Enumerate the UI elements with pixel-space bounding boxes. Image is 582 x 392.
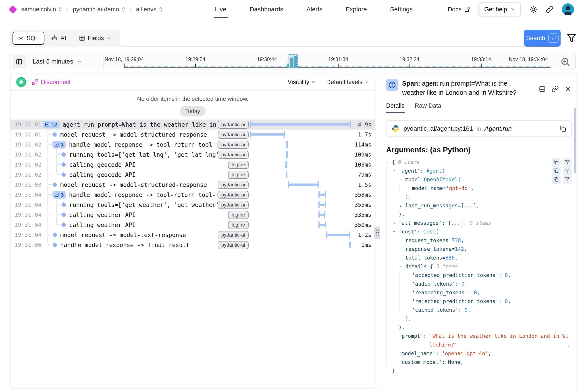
tag-chip[interactable]: logfire	[228, 211, 249, 219]
user-avatar[interactable]	[562, 3, 574, 16]
code-tokens: 'prompt': 'What is the weather like in L…	[399, 333, 568, 339]
code-tokens: ),	[399, 212, 405, 217]
filter-funnel-icon[interactable]	[566, 33, 576, 43]
tag-chip[interactable]: pydantic-ai	[218, 181, 249, 189]
tree-guide-line	[48, 195, 48, 200]
duration-bar[interactable]	[285, 162, 287, 168]
trace-row[interactable]: 19:31:04calling weather APIlogfire335ms	[11, 210, 375, 220]
filter-funnel-icon[interactable]	[563, 166, 572, 175]
sql-mode-button[interactable]: SQL	[13, 32, 44, 44]
copy-icon[interactable]	[552, 175, 560, 184]
search-query-input[interactable]	[120, 30, 530, 46]
tab-alerts[interactable]: Alerts	[307, 0, 323, 19]
duration-bar[interactable]	[286, 172, 287, 178]
collapse-count-badge[interactable]: 12	[43, 121, 60, 128]
code-caret-right-icon[interactable]: ›	[399, 203, 405, 208]
dock-bottom-icon[interactable]	[539, 81, 546, 97]
trace-row[interactable]: 19:31:04calling weather APIlogfire350ms	[11, 220, 375, 230]
tree-guide-line	[48, 185, 48, 190]
trace-row[interactable]: 19:31:023handle model response -> tool-r…	[11, 140, 375, 150]
logfire-logo-icon[interactable]	[9, 5, 17, 14]
scrollbar-thumb[interactable]	[574, 108, 576, 173]
duration-bar[interactable]	[319, 214, 325, 216]
duration-bar[interactable]	[286, 154, 288, 156]
collapse-count-badge[interactable]: 3	[53, 141, 66, 148]
tab-settings[interactable]: Settings	[390, 0, 413, 19]
trace-row[interactable]: 19:31:02running tools=['get_lat_lng', 'g…	[11, 150, 375, 160]
duration-bar[interactable]	[326, 234, 350, 236]
row-duration-bar-track	[250, 160, 351, 170]
filter-funnel-icon[interactable]	[563, 175, 572, 184]
code-caret-down-icon[interactable]: ›	[386, 160, 392, 164]
trace-row[interactable]: 19:31:02calling geocode APIlogfire79ms	[11, 170, 375, 180]
code-caret-down-icon[interactable]: ›	[393, 168, 399, 173]
trace-row[interactable]: 19:31:01model request -> model-structure…	[11, 130, 375, 140]
timeline-histogram-bar[interactable]	[294, 56, 297, 68]
search-button[interactable]: Search	[524, 30, 560, 46]
visibility-dropdown[interactable]: Visibility	[288, 79, 316, 86]
zoom-in-icon[interactable]	[560, 57, 570, 67]
duration-bar[interactable]	[286, 144, 288, 146]
copy-link-icon[interactable]	[552, 81, 559, 97]
detail-tab-raw-data[interactable]: Raw Data	[415, 102, 441, 113]
duration-bar[interactable]	[319, 224, 326, 226]
today-chip[interactable]: Today	[180, 106, 205, 116]
trace-row[interactable]: 19:31:0112agent run prompt=What is the w…	[11, 120, 375, 130]
docs-link[interactable]: Docs	[448, 6, 470, 13]
duration-bar[interactable]	[250, 133, 285, 136]
tab-explore[interactable]: Explore	[346, 0, 367, 19]
breadcrumb-item[interactable]: pydantic-ai-demo	[73, 6, 125, 13]
breadcrumb-item[interactable]: all envs	[136, 6, 163, 13]
tag-chip[interactable]: logfire	[228, 221, 249, 229]
tab-live[interactable]: Live	[215, 0, 226, 19]
collapse-count-badge[interactable]: 3	[53, 191, 66, 199]
tag-chip[interactable]: pydantic-ai	[218, 191, 249, 199]
tag-chip[interactable]: pydantic-ai	[218, 241, 249, 249]
filter-funnel-icon[interactable]	[563, 158, 572, 166]
share-link-icon[interactable]	[546, 6, 553, 13]
close-icon[interactable]	[564, 81, 572, 97]
trace-row[interactable]: 19:31:04model request -> model-text-resp…	[11, 230, 375, 240]
trace-row[interactable]: 19:31:06handle model response -> final r…	[11, 240, 375, 250]
tag-chip[interactable]: pydantic-ai	[218, 121, 249, 129]
trace-row[interactable]: 19:31:043handle model response -> tool-r…	[11, 190, 375, 200]
tag-chip[interactable]: pydantic-ai	[218, 151, 249, 159]
row-name-cell: calling weather API	[42, 210, 228, 220]
tag-chip[interactable]: pydantic-ai	[218, 131, 249, 139]
ai-mode-button[interactable]: AI	[51, 35, 66, 42]
timeline-histogram-bar[interactable]	[290, 58, 294, 68]
code-caret-down-icon[interactable]: ›	[393, 229, 399, 234]
duration-bar[interactable]	[319, 194, 326, 196]
tag-chip[interactable]: logfire	[228, 161, 249, 169]
tag-chip[interactable]: pydantic-ai	[218, 201, 249, 209]
detail-tab-details[interactable]: Details	[386, 102, 405, 113]
tag-chip[interactable]: pydantic-ai	[218, 231, 249, 239]
sidebar-toggle-icon[interactable]	[13, 55, 26, 68]
duration-bar[interactable]	[319, 204, 326, 206]
code-caret-right-icon[interactable]: ›	[393, 220, 399, 226]
duration-bar[interactable]	[288, 184, 319, 186]
disconnect-button[interactable]: Disconnect	[32, 79, 71, 86]
tag-chip[interactable]: pydantic-ai	[218, 141, 249, 149]
default-levels-dropdown[interactable]: Default levels	[326, 79, 369, 86]
duration-bar[interactable]	[349, 242, 351, 248]
copy-icon[interactable]	[552, 166, 560, 175]
timeline-histogram-bar[interactable]	[287, 64, 289, 68]
source-location[interactable]: pydantic_ai/agent.py:161 in Agent.run	[386, 120, 572, 137]
copy-icon[interactable]	[559, 125, 566, 132]
trace-row[interactable]: 19:31:04running tools=['get_weather', 'g…	[11, 200, 375, 210]
code-caret-down-icon[interactable]: ›	[399, 264, 405, 269]
trace-row[interactable]: 19:31:02calling geocode APIlogfire103ms	[11, 160, 375, 170]
theme-toggle-sun-icon[interactable]	[529, 5, 537, 14]
code-caret-down-icon[interactable]: ›	[399, 177, 405, 182]
time-range-dropdown[interactable]: Last 5 minutes	[33, 53, 82, 70]
tag-chip[interactable]: logfire	[228, 171, 249, 179]
copy-icon[interactable]	[552, 158, 560, 166]
trace-row[interactable]: 19:31:03model request -> model-structure…	[11, 180, 375, 190]
tab-dashboards[interactable]: Dashboards	[249, 0, 283, 19]
breadcrumb-item[interactable]: samuelcolvin	[21, 6, 62, 13]
get-help-button[interactable]: Get help	[478, 2, 521, 16]
time-axis[interactable]: Nov 18, 19:29:0419:29:5419:30:4419:31:34…	[111, 53, 550, 70]
duration-bar[interactable]	[250, 123, 351, 126]
fields-dropdown[interactable]: Fields	[79, 35, 117, 42]
